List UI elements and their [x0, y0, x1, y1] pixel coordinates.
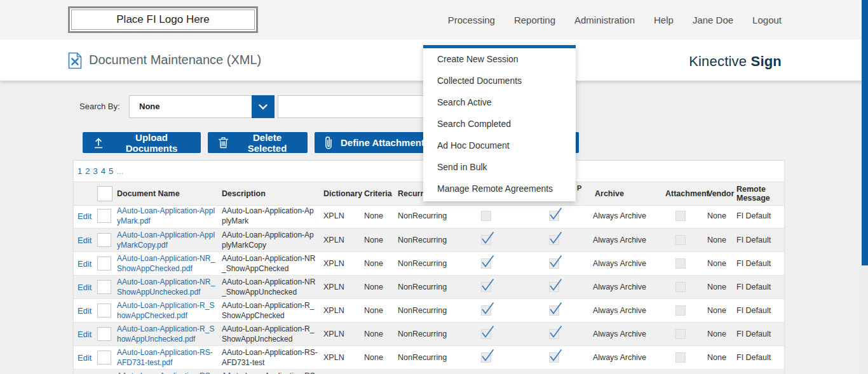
description-cell: AAuto-Loan-Application-RS- AFD731-test — [222, 347, 318, 368]
description-cell: AAuto-Loan-Application-NR _ShowAppUnchec… — [222, 277, 315, 297]
edit-link[interactable]: Edit — [78, 346, 92, 370]
edit-link[interactable]: Edit — [78, 252, 92, 276]
flag2-checkbox — [549, 235, 559, 245]
edit-link[interactable]: Edit — [78, 299, 92, 323]
search-by-label: Search By: — [79, 95, 120, 118]
nav-item-administration[interactable]: Administration — [574, 15, 635, 25]
menu-item-create-new-session[interactable]: Create New Session — [423, 48, 576, 70]
archive-cell: Always Archive — [593, 252, 646, 276]
remote-message-cell: FI Default — [736, 252, 771, 276]
document-name-link[interactable]: AAuto-Loan-Application-R_S howAppChecked… — [117, 300, 214, 321]
col-dictionary: Dictionary — [323, 182, 362, 205]
main-nav: Processing Reporting Administration Help… — [448, 0, 782, 39]
nav-item-reporting[interactable]: Reporting — [514, 15, 555, 25]
check-icon — [480, 277, 494, 291]
nav-item-logout[interactable]: Logout — [752, 15, 782, 25]
description-cell: AAuto-Loan-Application-Ap plyMarkCopy — [222, 230, 314, 250]
flag1-checkbox — [481, 305, 491, 316]
remote-message-cell: FI Default — [736, 323, 771, 346]
check-icon — [548, 254, 562, 268]
delete-selected-button[interactable]: Delete Selected — [208, 132, 308, 153]
table-row: Edit AAuto-Loan-Application-NR_ ShowAppU… — [74, 275, 784, 298]
archive-cell: Always Archive — [593, 204, 646, 228]
remote-message-cell: FI Default — [736, 346, 771, 370]
menu-item-collected-documents[interactable]: Collected Documents — [423, 70, 576, 91]
page-link-4[interactable]: 4 — [101, 166, 105, 176]
menu-item-search-active[interactable]: Search Active — [423, 91, 576, 113]
dictionary-cell: XPLN — [323, 252, 344, 276]
pagination-ellipsis[interactable]: ... — [116, 166, 123, 176]
edit-link[interactable]: Edit — [78, 204, 92, 228]
row-checkbox[interactable] — [97, 280, 111, 294]
check-icon — [480, 254, 494, 268]
menu-item-manage-remote-agreements[interactable]: Manage Remote Agreements — [423, 178, 576, 199]
xml-document-icon — [68, 52, 82, 69]
select-all-checkbox[interactable] — [97, 186, 112, 201]
criteria-cell: None — [364, 229, 383, 252]
edit-link[interactable]: Edit — [78, 229, 92, 252]
description-cell: AAuto-Loan-Application-RS- — [222, 371, 318, 374]
scrollbar-thumb[interactable] — [862, 0, 868, 265]
table-row: Edit AAuto-Loan-Application-Appl yMarkCo… — [74, 228, 784, 251]
vendor-cell: None — [707, 276, 726, 299]
check-icon — [548, 277, 562, 291]
page-link-1[interactable]: 1 — [78, 166, 82, 176]
document-name-link[interactable]: AAuto-Loan-Application-Appl yMarkCopy.pd… — [117, 230, 215, 250]
page-link-2[interactable]: 2 — [85, 166, 90, 176]
row-checkbox[interactable] — [97, 209, 111, 223]
table-row: AAuto-Loan-Application-RS- AAuto-Loan-Ap… — [74, 369, 784, 374]
menu-item-send-in-bulk[interactable]: Send in Bulk — [423, 156, 576, 178]
nav-item-processing[interactable]: Processing — [448, 15, 495, 25]
col-attachment: Attachment — [665, 182, 709, 205]
edit-link[interactable]: Edit — [78, 276, 92, 299]
row-checkbox[interactable] — [97, 351, 111, 364]
dictionary-cell: XPLN — [323, 299, 344, 323]
document-name-link[interactable]: AAuto-Loan-Application-NR_ ShowAppChecke… — [117, 253, 215, 274]
menu-item-search-completed[interactable]: Search Completed — [423, 113, 576, 135]
check-icon — [480, 301, 494, 315]
document-name-link[interactable]: AAuto-Loan-Application-NR_ ShowAppUnchec… — [117, 277, 215, 297]
table-row: Edit AAuto-Loan-Application-R_S howAppCh… — [74, 298, 784, 322]
vendor-cell: None — [707, 323, 726, 346]
attachment-checkbox — [675, 258, 686, 269]
row-checkbox[interactable] — [97, 327, 111, 341]
remote-message-cell: FI Default — [736, 276, 771, 299]
edit-link[interactable]: Edit — [78, 323, 92, 346]
chevron-down-icon[interactable] — [252, 95, 275, 118]
flag1-checkbox — [481, 211, 491, 221]
archive-cell: Always Archive — [593, 323, 646, 346]
check-icon — [480, 324, 494, 338]
remote-message-cell: FI Default — [736, 299, 771, 323]
table-row: Edit AAuto-Loan-Application-RS- AFD731-t… — [74, 345, 784, 369]
document-name-link[interactable]: AAuto-Loan-Application-RS- — [117, 371, 213, 374]
page-link-5[interactable]: 5 — [109, 166, 113, 176]
document-name-link[interactable]: AAuto-Loan-Application-Appl yMark.pdf — [117, 206, 215, 226]
vertical-scrollbar[interactable] — [862, 0, 868, 374]
page-link-3[interactable]: 3 — [93, 166, 97, 176]
nav-item-user[interactable]: Jane Doe — [693, 15, 733, 25]
check-icon — [548, 324, 562, 338]
trash-icon — [218, 137, 229, 149]
recurring-cell: NonRecurring — [398, 299, 447, 323]
row-checkbox[interactable] — [97, 304, 111, 317]
row-checkbox[interactable] — [97, 233, 111, 247]
recurring-cell: NonRecurring — [398, 252, 447, 276]
document-name-link[interactable]: AAuto-Loan-Application-RS- AFD731-test.p… — [117, 347, 213, 368]
flag1-checkbox — [481, 258, 491, 269]
col-criteria: Criteria — [364, 182, 392, 205]
flag1-checkbox — [481, 235, 491, 245]
recurring-cell: NonRecurring — [398, 229, 447, 252]
menu-item-ad-hoc-document[interactable]: Ad Hoc Document — [423, 135, 576, 156]
fi-logo-text: Place FI Logo Here — [116, 13, 209, 26]
criteria-cell: None — [364, 204, 383, 228]
nav-item-help[interactable]: Help — [654, 15, 674, 25]
row-checkbox[interactable] — [97, 257, 111, 270]
brand-logo: Kinective Sign — [689, 53, 782, 70]
archive-cell: Always Archive — [593, 346, 646, 370]
flag2-checkbox — [549, 258, 559, 269]
search-by-select[interactable]: None — [129, 95, 275, 118]
col-archive: Archive — [595, 182, 624, 205]
document-name-link[interactable]: AAuto-Loan-Application-R_S howAppUncheck… — [117, 324, 214, 344]
upload-documents-button[interactable]: Upload Documents — [83, 132, 201, 153]
criteria-cell: None — [364, 346, 383, 370]
